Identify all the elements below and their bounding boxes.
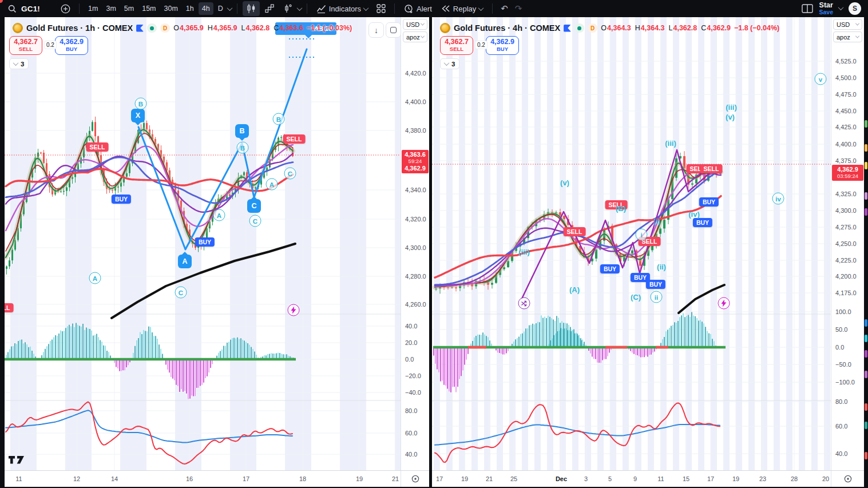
wave-text-label: (i) [653, 217, 660, 225]
buy-marker[interactable]: BUY [646, 280, 665, 289]
chart-title[interactable]: Gold Futures · 1h · COMEX [26, 23, 133, 33]
time-label: 21 [392, 475, 399, 482]
ohlc-item: C4,362.9 [701, 24, 731, 32]
sell-marker[interactable]: SELL [283, 134, 306, 144]
tf-4h-active[interactable]: 4h [199, 2, 213, 15]
indicator-edge-mark [865, 120, 867, 128]
axis-label: 40.0 [405, 451, 417, 458]
redo-button[interactable]: ↷ [512, 2, 525, 15]
alert-button[interactable]: Alert [400, 2, 436, 16]
flag-icon[interactable] [136, 25, 144, 32]
target-icon [411, 474, 420, 483]
tradingview-logo[interactable] [8, 455, 25, 465]
top-toolbar: GC1! 1m 3m 5m 15m 30m 1h 4h D Indicators [0, 0, 868, 17]
axis-label: 4,400.0 [405, 98, 426, 105]
hollow-candles-icon[interactable] [279, 1, 296, 16]
buy-button[interactable]: 4,362.9 BUY [486, 36, 519, 55]
axis-label: 4,260.0 [405, 301, 426, 308]
currency-dropdown[interactable]: USD [833, 19, 862, 30]
axis-label: 100.0 [835, 308, 851, 315]
chart-area-1h[interactable]: SELLSELLSELLBUYBUYXABCBABCABCAC [5, 17, 401, 470]
undo-button[interactable]: ↶ [498, 2, 511, 15]
buy-marker[interactable]: BUY [195, 237, 215, 247]
flag-icon[interactable] [564, 25, 571, 32]
wave-text-label: (B) [616, 204, 626, 213]
tf-30m[interactable]: 30m [161, 2, 181, 15]
renko-style-icon[interactable] [261, 1, 278, 16]
axis-label: 80.0 [405, 407, 417, 414]
symbol-label[interactable]: GC1! [21, 5, 40, 13]
unit-dropdown[interactable]: apoz [403, 31, 427, 42]
maximize-button[interactable] [386, 22, 401, 38]
tf-1m[interactable]: 1m [85, 2, 101, 15]
buy-marker[interactable]: BUY [112, 195, 131, 204]
axis-label: 4,225.0 [835, 257, 857, 264]
indicator-edge-mark [865, 192, 867, 200]
buy-marker[interactable]: BUY [699, 197, 719, 207]
chart-canvas[interactable] [432, 17, 831, 470]
price-axis-1h[interactable]: USD apoz 4,420.04,400.04,380.04,340.04,3… [401, 17, 429, 470]
style-chevron-icon[interactable] [296, 5, 302, 11]
chevron-down-icon [444, 60, 450, 66]
avatar[interactable]: S [849, 2, 861, 15]
currency-dropdown[interactable]: USD [403, 19, 427, 30]
axis-label: 4,320.0 [405, 216, 426, 223]
axis-settings-button[interactable] [831, 471, 864, 487]
daily-badge[interactable]: D [160, 23, 170, 33]
indicator-edge-mark [865, 422, 867, 429]
axis-settings-button[interactable] [401, 471, 429, 487]
axis-label: −40.0 [405, 389, 421, 396]
indicator-edge-mark [865, 162, 867, 169]
buy-marker[interactable]: BUY [693, 218, 712, 227]
last-price-box: 4,363.659:244,362.9 [402, 150, 429, 173]
sell-marker[interactable]: SELL [5, 303, 13, 312]
indicators-button[interactable]: Indicators [312, 2, 372, 16]
wave-text-label: (ii) [657, 263, 666, 271]
sell-button[interactable]: 4,362.7 SELL [9, 36, 42, 55]
layout-chevron-icon[interactable] [838, 5, 844, 11]
time-axis-4h[interactable]: 17192125Dec35911151719232820 [432, 470, 864, 487]
wave-text-label: (v) [560, 178, 569, 187]
candles-style-icon[interactable] [243, 1, 260, 16]
buy-button[interactable]: 4,362.9 BUY [55, 36, 88, 55]
templates-grid-icon[interactable] [373, 2, 389, 15]
save-layout-button[interactable]: Star Save [819, 2, 833, 15]
status-dot-badge[interactable] [574, 23, 584, 33]
search-icon[interactable] [5, 2, 20, 15]
tf-1h[interactable]: 1h [183, 2, 197, 15]
gold-coin-icon [440, 23, 450, 33]
chart-area-4h[interactable]: SELLSELLSELLSELLSELLBUYBUYBUYBUYBUY(iii)… [432, 17, 831, 470]
wave-text-label: (iii) [726, 103, 737, 112]
time-label: 15 [683, 475, 689, 482]
price-axis-4h[interactable]: USD apoz 4,525.04,500.04,475.04,450.04,4… [831, 17, 864, 470]
wave-text-label: (v) [726, 113, 735, 121]
chart-title[interactable]: Gold Futures · 4h · COMEX [454, 23, 560, 33]
axis-label: 4,380.0 [405, 127, 426, 134]
status-dot-badge[interactable] [147, 23, 157, 33]
chart-pane-1h: SELLSELLSELLBUYBUYXABCBABCABCAC USD apoz… [5, 17, 429, 487]
sell-marker[interactable]: SELL [700, 164, 723, 173]
axis-label: 4,325.0 [835, 191, 857, 197]
sell-button[interactable]: 4,362.7 SELL [440, 36, 473, 55]
replay-button[interactable]: Replay [437, 2, 487, 15]
sell-marker[interactable]: SELL [564, 227, 586, 236]
tf-d[interactable]: D [215, 2, 227, 15]
tf-15m[interactable]: 15m [138, 2, 159, 15]
toolbar-right: Star Save S [802, 2, 868, 15]
tf-3m[interactable]: 3m [102, 2, 119, 15]
add-symbol-icon[interactable] [57, 2, 74, 16]
object-tree-counter[interactable]: 3 [440, 58, 459, 69]
download-button[interactable]: ↓ [368, 22, 384, 38]
axis-label: 4,450.0 [835, 108, 857, 114]
timeframe-chevron-icon[interactable] [227, 5, 232, 11]
toolbar-divider [307, 3, 307, 14]
time-axis-1h[interactable]: 1112141617181921 [5, 470, 429, 487]
daily-badge[interactable]: D [588, 23, 597, 33]
buy-marker[interactable]: BUY [600, 264, 620, 273]
layout-icon[interactable] [802, 4, 813, 13]
tf-5m[interactable]: 5m [121, 2, 137, 15]
object-tree-counter[interactable]: 3 [9, 58, 29, 69]
sell-marker[interactable]: SELL [86, 142, 109, 152]
time-label: 19 [461, 475, 468, 482]
unit-dropdown[interactable]: apoz [833, 31, 862, 42]
